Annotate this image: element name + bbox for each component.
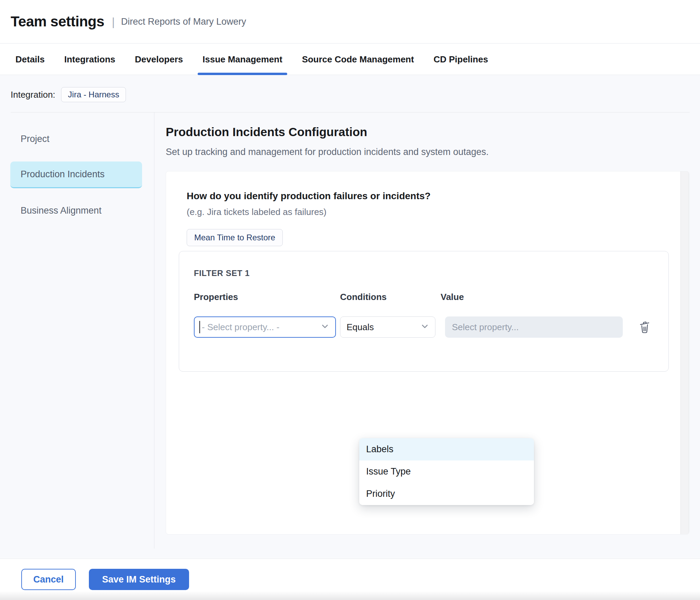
chevron-down-icon xyxy=(320,322,330,333)
filter-set-box: FILTER SET 1 Properties Conditions Value… xyxy=(179,251,669,372)
sidebar-item-business-alignment[interactable]: Business Alignment xyxy=(0,198,154,224)
sidebar-item-production-incidents[interactable]: Production Incidents xyxy=(10,161,142,188)
integration-chip[interactable]: Jira - Harness xyxy=(61,87,126,102)
page-title: Team settings xyxy=(11,13,104,30)
dropdown-option-priority[interactable]: Priority xyxy=(359,483,534,505)
property-select[interactable]: - Select property... - xyxy=(194,316,336,338)
text-cursor xyxy=(199,321,200,333)
tab-cd-pipelines[interactable]: CD Pipelines xyxy=(433,44,488,75)
incidents-config-panel: How do you identify production failures … xyxy=(166,171,689,535)
filter-set-title: FILTER SET 1 xyxy=(194,268,250,278)
delete-filter-button[interactable] xyxy=(636,316,653,338)
settings-sidebar: Project Production Incidents Business Al… xyxy=(0,112,154,549)
save-im-settings-button[interactable]: Save IM Settings xyxy=(89,569,189,590)
integration-label: Integration: xyxy=(11,89,55,100)
value-input[interactable] xyxy=(445,316,623,338)
identify-incidents-question: How do you identify production failures … xyxy=(187,191,431,202)
sidebar-item-project[interactable]: Project xyxy=(0,126,154,152)
dropdown-option-issue-type[interactable]: Issue Type xyxy=(359,460,534,483)
mean-time-to-restore-chip[interactable]: Mean Time to Restore xyxy=(187,229,283,246)
title-separator: | xyxy=(112,15,115,28)
page-subtitle: Direct Reports of Mary Lowery xyxy=(121,16,246,27)
chevron-down-icon xyxy=(420,322,430,333)
tab-source-code-management[interactable]: Source Code Management xyxy=(302,44,414,75)
trash-icon xyxy=(638,319,651,335)
identify-incidents-hint: (e.g. Jira tickets labeled as failures) xyxy=(187,207,327,217)
panel-scrollbar[interactable] xyxy=(680,171,689,534)
column-label-properties: Properties xyxy=(194,292,238,302)
tab-bar: Details Integrations Developers Issue Ma… xyxy=(0,44,700,75)
dropdown-option-labels[interactable]: Labels xyxy=(359,438,534,460)
tab-issue-management[interactable]: Issue Management xyxy=(202,44,282,75)
column-label-conditions: Conditions xyxy=(340,292,387,302)
cancel-button[interactable]: Cancel xyxy=(21,569,76,590)
tab-details[interactable]: Details xyxy=(15,44,45,75)
content-area: Integration: Jira - Harness Project Prod… xyxy=(0,75,700,558)
tab-integrations[interactable]: Integrations xyxy=(64,44,115,75)
tab-developers[interactable]: Developers xyxy=(135,44,183,75)
section-description: Set up tracking and management for produ… xyxy=(166,147,489,157)
property-dropdown-menu: Labels Issue Type Priority xyxy=(359,438,534,505)
page-header: Team settings | Direct Reports of Mary L… xyxy=(0,0,700,44)
footer-action-bar: Cancel Save IM Settings xyxy=(0,559,700,600)
integration-row: Integration: Jira - Harness xyxy=(11,87,126,102)
section-heading: Production Incidents Configuration xyxy=(166,125,367,139)
condition-select-value: Equals xyxy=(347,322,374,333)
column-label-value: Value xyxy=(441,292,464,302)
condition-select[interactable]: Equals xyxy=(340,316,435,338)
property-select-placeholder: - Select property... - xyxy=(202,322,279,333)
